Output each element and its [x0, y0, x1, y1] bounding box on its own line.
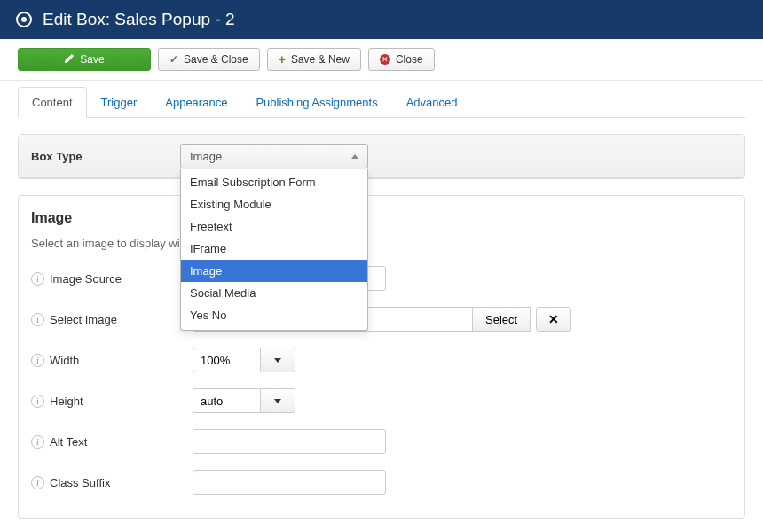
- class-suffix-label: Class Suffix: [50, 476, 110, 489]
- chevron-up-icon: [351, 154, 358, 159]
- info-icon: [31, 354, 44, 367]
- width-label: Width: [50, 354, 79, 367]
- check-icon: [169, 53, 178, 66]
- info-icon: [31, 395, 44, 408]
- height-label: Height: [50, 395, 83, 408]
- page-header: Edit Box: Sales Popup - 2: [0, 0, 763, 39]
- close-icon: [380, 54, 390, 65]
- select-image-button[interactable]: Select: [473, 307, 531, 332]
- alt-text-input[interactable]: [193, 429, 386, 454]
- save-close-button[interactable]: Save & Close: [158, 48, 260, 71]
- save-button[interactable]: Save: [18, 48, 151, 71]
- close-label: Close: [396, 53, 423, 66]
- boxtype-selected: Image: [190, 150, 222, 163]
- height-input[interactable]: [193, 388, 260, 413]
- target-icon: [16, 12, 32, 27]
- tab-advanced[interactable]: Advanced: [392, 87, 472, 118]
- alt-text-label: Alt Text: [50, 435, 87, 449]
- tab-content[interactable]: Content: [18, 87, 87, 118]
- boxtype-option[interactable]: Freetext: [181, 215, 367, 238]
- save-label: Save: [80, 53, 104, 66]
- boxtype-label: Box Type: [31, 150, 180, 163]
- tabs: Content Trigger Appearance Publishing As…: [18, 87, 745, 118]
- class-suffix-input[interactable]: [193, 470, 386, 495]
- x-icon: ✕: [548, 312, 559, 326]
- image-section-desc: Select an image to display within the bo…: [31, 237, 732, 250]
- width-unit-dropdown[interactable]: [260, 348, 295, 372]
- boxtype-option[interactable]: Email Subscription Form: [181, 171, 367, 193]
- boxtype-display[interactable]: Image: [180, 144, 368, 168]
- image-source-label: Image Source: [50, 272, 122, 286]
- boxtype-option[interactable]: IFrame: [181, 238, 367, 260]
- image-panel: Image Select an image to display within …: [18, 195, 745, 519]
- boxtype-option[interactable]: Existing Module: [181, 193, 367, 215]
- width-input[interactable]: [193, 348, 260, 372]
- info-icon: [31, 313, 44, 326]
- info-icon: [31, 272, 44, 286]
- save-new-button[interactable]: Save & New: [267, 48, 361, 71]
- chevron-down-icon: [274, 358, 281, 363]
- info-icon: [31, 476, 44, 489]
- clear-image-button[interactable]: ✕: [536, 307, 571, 332]
- height-unit-dropdown[interactable]: [260, 388, 295, 413]
- info-icon: [31, 435, 44, 449]
- boxtype-option[interactable]: Yes No: [181, 304, 367, 326]
- toolbar: Save Save & Close Save & New Close: [0, 39, 763, 81]
- save-close-label: Save & Close: [184, 53, 248, 66]
- tab-appearance[interactable]: Appearance: [151, 87, 241, 118]
- plus-icon: [279, 52, 286, 66]
- boxtype-option[interactable]: Social Media: [181, 282, 367, 304]
- pencil-icon: [64, 53, 75, 66]
- tab-trigger[interactable]: Trigger: [87, 87, 152, 118]
- page-title: Edit Box: Sales Popup - 2: [43, 10, 235, 29]
- boxtype-panel: Box Type Image Email Subscription Form E…: [18, 134, 745, 179]
- chevron-down-icon: [274, 399, 281, 403]
- boxtype-dropdown: Email Subscription Form Existing Module …: [180, 169, 368, 331]
- image-section-title: Image: [31, 210, 732, 226]
- select-image-label: Select Image: [50, 313, 117, 326]
- close-button[interactable]: Close: [368, 48, 435, 71]
- boxtype-option-selected[interactable]: Image: [181, 260, 367, 282]
- tab-publishing[interactable]: Publishing Assignments: [241, 87, 391, 118]
- save-new-label: Save & New: [291, 53, 350, 66]
- boxtype-select[interactable]: Image Email Subscription Form Existing M…: [180, 144, 368, 168]
